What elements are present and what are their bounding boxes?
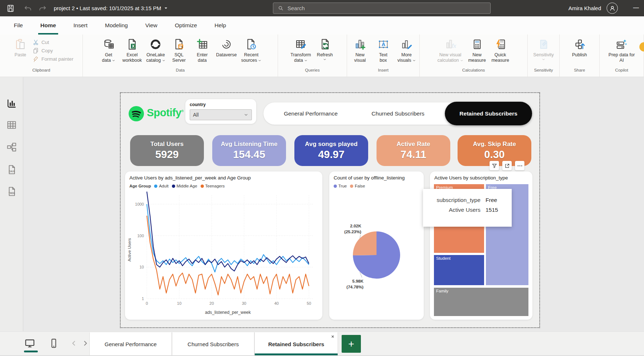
page-tab-retained-subscribers[interactable]: Retained Subscribers — [254, 332, 338, 356]
menubar: FileHomeInsertModelingViewOptimizeHelp — [0, 16, 644, 35]
country-dropdown[interactable]: All — [190, 109, 252, 120]
close-tab-icon[interactable] — [331, 335, 335, 339]
svg-text:X: X — [132, 44, 135, 48]
dash-tab-churned-subscribers[interactable]: Churned Subscribers — [362, 102, 434, 125]
paste-icon — [14, 38, 27, 50]
kpi-label: Avg Listening Time — [221, 141, 278, 148]
transform-data-button[interactable]: Transformdata — [289, 37, 313, 64]
svg-text:5.98K: 5.98K — [352, 279, 363, 283]
sidebar-item-table-view[interactable] — [6, 119, 17, 131]
ribbon-group-label: Share — [560, 68, 599, 77]
menu-insert[interactable]: Insert — [65, 16, 96, 35]
page-tab-general-performance[interactable]: General Performance — [89, 332, 172, 356]
cut-icon — [32, 39, 39, 46]
menu-modeling[interactable]: Modeling — [96, 16, 137, 35]
kpi-card-total-users[interactable]: Total Users5929 — [130, 135, 204, 166]
enter-data-button[interactable]: Enterdata — [191, 37, 214, 64]
ribbon-group-copilot: Prep data forAICopilot — [600, 35, 644, 77]
quick-measure-icon — [494, 38, 507, 50]
dash-tab-general-performance[interactable]: General Performance — [274, 102, 347, 125]
ribbon-group-clipboard: PasteCutCopyFormat painterClipboard — [0, 35, 83, 77]
report-canvas: Spotify® country All General Performance… — [23, 77, 644, 331]
menu-help[interactable]: Help — [206, 16, 235, 35]
redo-icon[interactable] — [38, 4, 47, 13]
sql-server-button[interactable]: SQLServer — [168, 37, 190, 64]
svg-text:100: 100 — [137, 234, 144, 238]
publish-icon — [573, 38, 586, 50]
filter-icon[interactable] — [490, 161, 499, 170]
menu-home[interactable]: Home — [32, 16, 65, 35]
ribbon-group-label: Calculations — [420, 68, 527, 77]
new-visual-button[interactable]: Newvisual — [349, 37, 371, 64]
pie-chart-visual[interactable]: Count of user by offline_listening TrueF… — [329, 171, 424, 320]
format-painter-icon — [32, 56, 39, 62]
page-tab-churned-subscribers[interactable]: Churned Subscribers — [172, 332, 254, 356]
copy-button[interactable]: Copy — [32, 47, 53, 54]
desktop-layout-icon[interactable] — [24, 337, 36, 349]
sidebar-item-report-view[interactable] — [6, 98, 17, 109]
report-page[interactable]: Spotify® country All General Performance… — [120, 92, 540, 328]
onelake-catalog-button[interactable]: OneLakecatalog — [144, 37, 167, 64]
new-visual-calculation-button[interactable]: fxNew visualcalculation — [435, 37, 465, 64]
menu-optimize[interactable]: Optimize — [166, 16, 206, 35]
menu-view[interactable]: View — [137, 16, 166, 35]
svg-text:fx: fx — [452, 43, 456, 49]
save-icon[interactable] — [6, 4, 15, 13]
svg-text:30: 30 — [242, 301, 246, 306]
sensitivity-button[interactable]: Sensitivity — [531, 37, 555, 62]
copilot-button[interactable] — [638, 41, 644, 53]
ribbon-group-sensitivity: SensitivitySensitivity — [528, 35, 560, 77]
kpi-card-avg-songs-played[interactable]: Avg songs played49.97 — [294, 135, 368, 166]
recent-sources-button[interactable]: Recentsources — [240, 37, 263, 64]
treemap-block-family[interactable]: Family — [434, 288, 528, 316]
mobile-layout-icon[interactable] — [48, 337, 60, 349]
new-measure-button[interactable]: Newmeasure — [466, 37, 488, 64]
svg-text:ads_listened_per_week: ads_listened_per_week — [205, 310, 251, 315]
popout-icon[interactable] — [502, 161, 512, 170]
publish-button[interactable]: Publish — [568, 37, 591, 58]
menu-file[interactable]: File — [5, 16, 32, 35]
prev-page-icon[interactable] — [70, 339, 79, 348]
kpi-card-active-rate[interactable]: Active Rate74.11 — [377, 135, 450, 166]
kpi-label: Avg songs played — [305, 141, 358, 148]
ribbon-group-insert: NewvisualATextboxMorevisualsInsert — [347, 35, 420, 77]
ribbon-group-label: Copilot — [600, 68, 644, 77]
paste-button[interactable]: Paste — [9, 37, 32, 58]
minimize-button[interactable]: — — [633, 4, 639, 11]
search-placeholder: Search — [287, 5, 305, 11]
desktop-layout-active-indicator — [24, 351, 38, 352]
cut-button[interactable]: Cut — [32, 39, 49, 46]
add-page-button[interactable]: + — [342, 335, 361, 353]
titlebar: project 2 • Last saved: 10/1/2025 at 3:1… — [0, 0, 644, 16]
ribbon-group-share: PublishShare — [560, 35, 600, 77]
dataverse-button[interactable]: Dataverse — [214, 37, 239, 58]
text-box-button[interactable]: ATextbox — [372, 37, 395, 64]
refresh-button[interactable]: Refresh — [314, 37, 336, 62]
dash-tab-retained-subscribers[interactable]: Retained Subscribers — [445, 102, 532, 125]
format-painter-button[interactable]: Format painter — [32, 56, 73, 62]
document-title[interactable]: project 2 • Last saved: 10/1/2025 at 3:1… — [54, 5, 168, 11]
more-visuals-button[interactable]: Morevisuals — [395, 37, 418, 64]
line-chart-visual[interactable]: Active Users by ads_listened_per_week an… — [125, 171, 322, 320]
search-input[interactable]: Search — [273, 3, 491, 14]
kpi-label: Active Rate — [397, 141, 430, 148]
ribbon-group-label: Clipboard — [0, 68, 82, 77]
next-page-icon[interactable] — [81, 339, 89, 348]
quick-measure-button[interactable]: Quickmeasure — [489, 37, 512, 64]
kpi-value: 0.30 — [484, 149, 504, 161]
copilot-icon — [638, 41, 644, 53]
svg-text:(74.78%): (74.78%) — [346, 285, 363, 289]
sidebar-item-tmdl-view[interactable]: TMDL — [6, 186, 17, 197]
sidebar-item-dax-query-view[interactable]: DAX — [6, 164, 17, 175]
sidebar-item-model-view[interactable] — [6, 141, 17, 153]
kpi-card-avg-listening-time[interactable]: Avg Listening Time154.45 — [212, 135, 286, 166]
excel-workbook-button[interactable]: XExcelworkbook — [121, 37, 144, 64]
get-data-button[interactable]: Getdata — [97, 37, 120, 64]
more-options-icon[interactable] — [515, 161, 524, 170]
prep-data-for-ai-button[interactable]: Prep data forAI — [607, 37, 636, 64]
avatar[interactable] — [607, 3, 618, 14]
kpi-value: 5929 — [155, 149, 179, 161]
treemap-block-student[interactable]: Student — [434, 255, 484, 285]
undo-icon[interactable] — [23, 4, 33, 13]
page-tab-label: Retained Subscribers — [268, 341, 324, 347]
